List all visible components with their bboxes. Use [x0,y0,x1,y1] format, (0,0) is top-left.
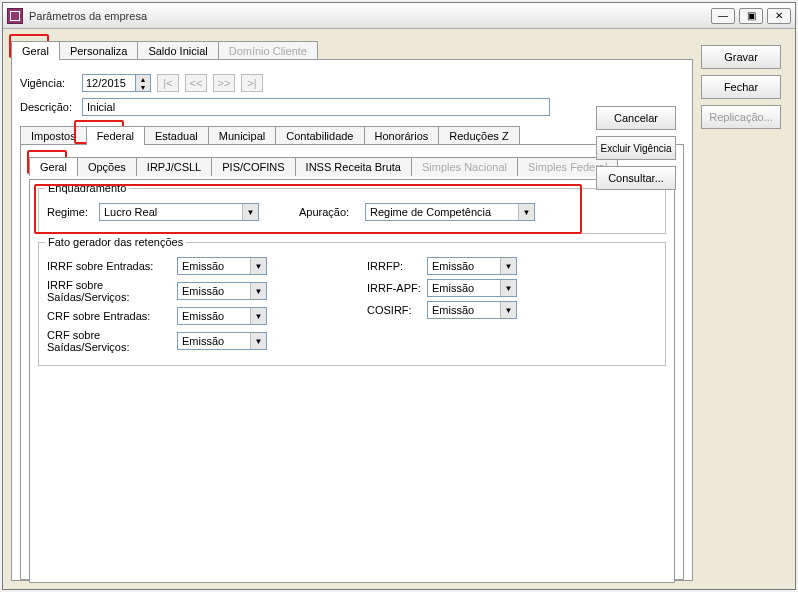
window: Parâmetros da empresa — ▣ ✕ Geral Person… [2,2,796,590]
irrf-saidas-combo[interactable]: Emissão▼ [177,282,267,300]
subtab-inss[interactable]: INSS Receita Bruta [295,157,412,176]
federal-panel: Geral Opções IRPJ/CSLL PIS/COFINS INSS R… [20,144,684,580]
tab-reducoes-z[interactable]: Reduções Z [438,126,519,145]
tab-dominio-cliente: Domínio Cliente [218,41,318,60]
chevron-down-icon[interactable]: ▼ [250,283,266,299]
descricao-label: Descrição: [20,101,76,113]
tab-honorarios[interactable]: Honorários [364,126,440,145]
tab-impostos[interactable]: Impostos [20,126,87,145]
tab-geral[interactable]: Geral [11,41,60,60]
cancelar-button[interactable]: Cancelar [596,106,676,130]
retencoes-group: Fato gerador das retenções IRRF sobre En… [38,242,666,366]
chevron-down-icon[interactable]: ▼ [242,204,258,220]
chevron-down-icon[interactable]: ▼ [250,308,266,324]
close-button[interactable]: ✕ [767,8,791,24]
content-panel: Vigência: ▲▼ |< << >> >| Descrição: [11,59,693,581]
nav-first-button[interactable]: |< [157,74,179,92]
irrfp-label: IRRFP: [367,260,427,272]
apuracao-combo[interactable]: Regime de Competência▼ [365,203,535,221]
subtab-geral[interactable]: Geral [29,157,78,176]
chevron-down-icon[interactable]: ▼ [500,280,516,296]
window-title: Parâmetros da empresa [29,10,707,22]
crf-saidas-label: CRF sobre Saídas/Serviços: [47,329,177,353]
replicacao-button: Replicação... [701,105,781,129]
spin-down-icon[interactable]: ▼ [136,83,150,91]
subtab-opcoes[interactable]: Opções [77,157,137,176]
irrf-entradas-combo[interactable]: Emissão▼ [177,257,267,275]
irrfp-combo[interactable]: Emissão▼ [427,257,517,275]
vigencia-input[interactable] [82,74,136,92]
crf-entradas-combo[interactable]: Emissão▼ [177,307,267,325]
tab-saldo-inicial[interactable]: Saldo Inicial [137,41,218,60]
enquadramento-title: Enquadramento [45,182,129,194]
chevron-down-icon[interactable]: ▼ [250,333,266,349]
regime-value: Lucro Real [100,206,242,218]
vigencia-label: Vigência: [20,77,76,89]
titlebar: Parâmetros da empresa — ▣ ✕ [3,3,795,29]
subtab-pis-cofins[interactable]: PIS/COFINS [211,157,295,176]
irrf-entradas-label: IRRF sobre Entradas: [47,260,177,272]
subtab-irpj-csll[interactable]: IRPJ/CSLL [136,157,212,176]
irrfapf-combo[interactable]: Emissão▼ [427,279,517,297]
nav-last-button[interactable]: >| [241,74,263,92]
chevron-down-icon[interactable]: ▼ [250,258,266,274]
chevron-down-icon[interactable]: ▼ [500,258,516,274]
irrf-saidas-label: IRRF sobre Saídas/Serviços: [47,279,177,303]
crf-saidas-combo[interactable]: Emissão▼ [177,332,267,350]
nav-prev-button[interactable]: << [185,74,207,92]
minimize-button[interactable]: — [711,8,735,24]
sub-tabs: Geral Opções IRPJ/CSLL PIS/COFINS INSS R… [29,153,675,175]
main-panel: Geral Personaliza Saldo Inicial Domínio … [11,37,693,581]
crf-entradas-label: CRF sobre Entradas: [47,310,177,322]
top-tabs: Geral Personaliza Saldo Inicial Domínio … [11,37,693,59]
regime-label: Regime: [47,206,93,218]
nav-next-button[interactable]: >> [213,74,235,92]
tab-federal[interactable]: Federal [86,126,145,145]
vigencia-spinner[interactable]: ▲▼ [82,74,151,92]
tab-contabilidade[interactable]: Contabilidade [275,126,364,145]
chevron-down-icon[interactable]: ▼ [500,302,516,318]
geral-subpanel: Enquadramento Regime: Lucro Real▼ Apuraç… [29,179,675,583]
regime-combo[interactable]: Lucro Real▼ [99,203,259,221]
cosirf-combo[interactable]: Emissão▼ [427,301,517,319]
apuracao-value: Regime de Competência [366,206,518,218]
tax-tabs: Impostos Federal Estadual Municipal Cont… [20,122,684,144]
cosirf-label: COSIRF: [367,304,427,316]
mid-buttons: Cancelar Excluir Vigência Consultar... [596,106,682,196]
tab-estadual[interactable]: Estadual [144,126,209,145]
app-icon [7,8,23,24]
consultar-button[interactable]: Consultar... [596,166,676,190]
maximize-button[interactable]: ▣ [739,8,763,24]
tab-municipal[interactable]: Municipal [208,126,276,145]
spin-up-icon[interactable]: ▲ [136,75,150,83]
chevron-down-icon[interactable]: ▼ [518,204,534,220]
apuracao-label: Apuração: [299,206,359,218]
fechar-button[interactable]: Fechar [701,75,781,99]
right-sidebar: Gravar Fechar Replicação... [701,37,787,581]
retencoes-title: Fato gerador das retenções [45,236,186,248]
descricao-input[interactable] [82,98,550,116]
subtab-simples-nacional: Simples Nacional [411,157,518,176]
enquadramento-group: Enquadramento Regime: Lucro Real▼ Apuraç… [38,188,666,234]
irrfapf-label: IRRF-APF: [367,282,427,294]
tab-personaliza[interactable]: Personaliza [59,41,138,60]
excluir-vigencia-button[interactable]: Excluir Vigência [596,136,676,160]
gravar-button[interactable]: Gravar [701,45,781,69]
